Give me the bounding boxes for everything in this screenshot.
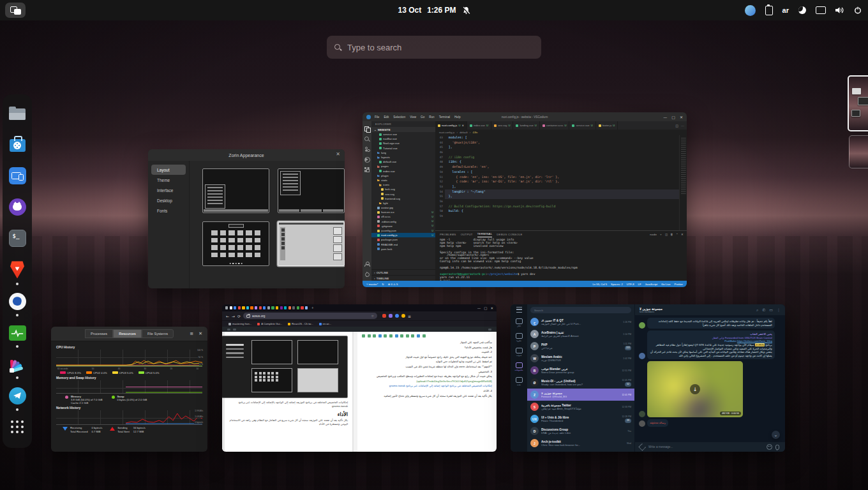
vs-file-row[interactable]: seo.svg	[371, 191, 435, 196]
vs-file-row[interactable]: favicon.ico U	[371, 210, 435, 214]
vs-breadcrumbs[interactable]: nuxt.config.js› default› i18n	[435, 130, 687, 135]
vs-editor-tab[interactable]: nuxt.config.js U ×	[435, 121, 467, 130]
source-control-icon[interactable]	[364, 147, 370, 152]
vs-file-row[interactable]: nuxt.config.js U	[371, 233, 435, 237]
vs-minimap[interactable]	[679, 135, 687, 230]
dock-item-telegram[interactable]	[6, 385, 28, 406]
ff-extension-icons[interactable]: ≡	[382, 314, 411, 318]
za-close-icon[interactable]: ✕	[336, 151, 340, 157]
bookmark-item[interactable]: mastering fron...	[228, 322, 251, 325]
dock-item-settings[interactable]	[6, 165, 28, 186]
memory-legend-item[interactable]: Memory3.8 GiB (54.0%) of 7.0 GiBCache 2.…	[65, 395, 103, 405]
vs-file-row[interactable]: README.md	[371, 242, 435, 247]
vs-file-row[interactable]: .gitignore U	[371, 224, 435, 228]
emoji-icon[interactable]	[406, 334, 409, 338]
tab-close-icon[interactable]: ×	[461, 124, 464, 127]
browser-tab[interactable]	[276, 306, 278, 309]
browser-tab[interactable]	[259, 306, 262, 309]
tg-chat-row[interactable]: B قوالب Blender عربي Noera Driae joined …	[527, 364, 634, 376]
new-tab-icon[interactable]: ＋	[311, 305, 315, 311]
browser-tab[interactable]	[263, 306, 266, 309]
za-layout-taskbar[interactable]	[202, 168, 269, 213]
url-bar[interactable]: aosus.org ☆	[243, 313, 377, 319]
italic-icon[interactable]	[373, 334, 376, 338]
vs-file-row[interactable]: yarn.lock	[371, 247, 435, 251]
back-icon[interactable]: ←	[226, 314, 229, 318]
message-bubble[interactable]: اهلاً بكم جميعاً .. تم نقل بيانات تطبيقا…	[647, 318, 775, 329]
clock-menu[interactable]: 13 Oct 1:26 PM	[398, 6, 470, 15]
vs-file-row[interactable]: package.json	[371, 237, 435, 242]
search-icon[interactable]	[364, 137, 370, 142]
account-icon[interactable]	[395, 314, 399, 318]
browser-tab[interactable]	[284, 306, 287, 309]
settings-gear-icon[interactable]	[364, 272, 370, 277]
browser-tab[interactable]	[230, 306, 232, 309]
bold-icon[interactable]	[368, 334, 371, 338]
window-telegram[interactable]: الكل مقروء قنوات مجموعات	[511, 304, 785, 452]
calendar-icon[interactable]	[411, 334, 414, 338]
vs-status-bar[interactable]: ⑂ master* ↻ ⊗ 0 ⚠ 5 Ln 55, Col 5Spaces: …	[363, 281, 687, 287]
attach-icon[interactable]	[638, 443, 647, 451]
tg-chat-row[interactable]: Z مجموعة جوزين لا Forward: @Khalid_BG 12…	[527, 389, 634, 401]
clipboard-icon[interactable]	[765, 6, 773, 15]
message-input[interactable]: Write a message...	[648, 445, 763, 449]
extensions-icon[interactable]	[364, 167, 370, 172]
browser-tab[interactable]	[242, 306, 244, 309]
tg-chat-row[interactable]: A AceBrains | تقنية الانضمام للفريق عبر …	[527, 328, 634, 340]
tg-folder-item[interactable]: مقروء	[511, 332, 527, 343]
vs-panel-actions[interactable]: node ＋ ◫ 🗑 ⌃ ✕	[650, 233, 687, 236]
vs-file-row[interactable]: frontend.svg	[371, 197, 435, 201]
dock-item-app-grid[interactable]	[6, 417, 28, 438]
vs-menu-item[interactable]: Go	[421, 115, 424, 119]
power-icon[interactable]	[854, 6, 862, 14]
vs-panel-tab[interactable]: TERMINAL	[477, 231, 493, 237]
dock-item-github[interactable]	[6, 197, 28, 218]
legend-item[interactable]: CPU1 8.3%	[60, 371, 81, 375]
vs-file-row[interactable]: lang	[371, 151, 435, 155]
sm-tab[interactable]: Processes	[85, 329, 113, 338]
browser-tab[interactable]	[297, 306, 299, 309]
tg-folder-item[interactable]: الكل	[511, 317, 527, 329]
dock-item-color-apps[interactable]	[6, 353, 28, 375]
sidebar-toggle-icon[interactable]: ▭	[769, 308, 773, 312]
vs-panel-tab[interactable]: PROBLEMS	[440, 233, 456, 236]
vs-file-row[interactable]: navBar.vue	[371, 137, 435, 141]
browser-tab[interactable]	[234, 306, 236, 309]
za-sidebar-item[interactable]: Interface	[151, 185, 186, 195]
tg-chat-header[interactable]: مجموعة جوزين لا 624 members ⌕ ✆ ▭ ⋮	[635, 304, 785, 315]
tg-chat-row[interactable]: S مجموعة بالعربية Twitter تنبيه: تم إيقا…	[527, 401, 634, 413]
emoji-icon[interactable]	[767, 444, 772, 450]
vs-menu-item[interactable]: Run	[429, 115, 434, 119]
sm-tab[interactable]: Resources	[113, 329, 142, 338]
vs-menu-item[interactable]: View	[410, 115, 416, 119]
vs-file-row[interactable]: NavLogo.vue	[371, 141, 435, 145]
workspace-thumbnail-active[interactable]	[848, 75, 868, 131]
preview-toggle-icon[interactable]	[423, 334, 426, 338]
tg-folder-item[interactable]: قنوات	[511, 346, 527, 358]
vs-file-row[interactable]: icons	[371, 182, 435, 187]
dock-item-system-monitor[interactable]	[6, 322, 28, 343]
workspace-thumbnail-2[interactable]	[849, 135, 868, 168]
dock-item-files[interactable]	[6, 102, 28, 123]
za-sidebar-item[interactable]: Layout	[151, 165, 186, 175]
za-sidebar-item[interactable]: Theme	[151, 175, 186, 185]
tg-chat-row[interactable]: W Weslam Arabic نورت @GNUTUX 1:02 PM	[527, 352, 634, 364]
browser-tab[interactable]	[267, 306, 270, 309]
vs-outline-section[interactable]: ›OUTLINE	[371, 269, 435, 275]
adblock-icon[interactable]	[382, 314, 386, 318]
vs-file-row[interactable]: plugin	[371, 174, 435, 178]
image-upload-icon[interactable]	[389, 334, 393, 338]
forward-icon[interactable]: →	[232, 314, 235, 318]
bookmark-item[interactable]: en.wi...	[319, 322, 331, 325]
vs-menu-item[interactable]: Terminal	[439, 115, 450, 119]
avatar[interactable]	[745, 5, 756, 16]
vs-file-row[interactable]: jsconfig.json U	[371, 228, 435, 233]
sending-legend[interactable]: Sending34 bytes/s Total Sent12.7 MiB	[110, 426, 146, 433]
vs-menu-item[interactable]: Selection	[393, 115, 405, 119]
receiving-legend[interactable]: Receiving0 bytes/s Total Received0.7 MiB	[63, 426, 102, 433]
vs-file-row[interactable]: avatar.jpg	[371, 205, 435, 210]
vs-file-row[interactable]: .editorconfig U	[371, 219, 435, 224]
vs-menu-item[interactable]: Help	[454, 115, 460, 119]
tg-folder-item[interactable]: مجموعات	[511, 361, 527, 373]
browser-tab[interactable]	[238, 306, 241, 309]
